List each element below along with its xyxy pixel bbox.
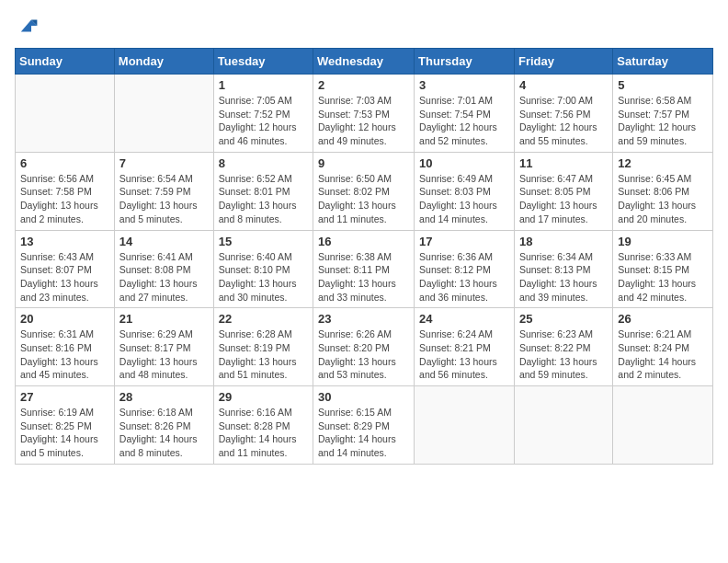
calendar-week-row: 20Sunrise: 6:31 AMSunset: 8:16 PMDayligh… [16,308,713,386]
day-info: Sunrise: 6:15 AMSunset: 8:29 PMDaylight:… [318,406,409,460]
day-number: 29 [219,390,308,404]
calendar-cell: 9Sunrise: 6:50 AMSunset: 8:02 PMDaylight… [313,152,415,230]
weekday-header: Wednesday [313,49,415,75]
day-number: 23 [318,312,409,326]
day-number: 1 [219,78,308,92]
calendar-cell: 20Sunrise: 6:31 AMSunset: 8:16 PMDayligh… [16,308,115,386]
calendar-cell: 25Sunrise: 6:23 AMSunset: 8:22 PMDayligh… [514,308,612,386]
calendar-cell: 15Sunrise: 6:40 AMSunset: 8:10 PMDayligh… [213,230,313,308]
calendar-cell: 6Sunrise: 6:56 AMSunset: 7:58 PMDaylight… [16,152,115,230]
calendar-cell: 13Sunrise: 6:43 AMSunset: 8:07 PMDayligh… [16,230,115,308]
day-number: 9 [318,156,409,170]
calendar-cell: 18Sunrise: 6:34 AMSunset: 8:13 PMDayligh… [514,230,612,308]
day-info: Sunrise: 6:43 AMSunset: 8:07 PMDaylight:… [20,250,109,304]
calendar-cell: 1Sunrise: 7:05 AMSunset: 7:52 PMDaylight… [213,75,313,153]
day-number: 24 [419,312,509,326]
weekday-header: Sunday [16,49,115,75]
calendar-cell: 23Sunrise: 6:26 AMSunset: 8:20 PMDayligh… [313,308,415,386]
day-number: 7 [119,156,209,170]
day-info: Sunrise: 6:45 AMSunset: 8:06 PMDaylight:… [618,172,708,226]
day-info: Sunrise: 6:58 AMSunset: 7:57 PMDaylight:… [618,94,708,148]
calendar-week-row: 6Sunrise: 6:56 AMSunset: 7:58 PMDaylight… [16,152,713,230]
calendar-table: SundayMondayTuesdayWednesdayThursdayFrid… [15,48,713,465]
day-info: Sunrise: 7:00 AMSunset: 7:56 PMDaylight:… [519,94,608,148]
calendar-week-row: 13Sunrise: 6:43 AMSunset: 8:07 PMDayligh… [16,230,713,308]
calendar-cell: 28Sunrise: 6:18 AMSunset: 8:26 PMDayligh… [114,386,213,465]
day-number: 27 [20,390,109,404]
day-number: 20 [20,312,109,326]
day-info: Sunrise: 6:40 AMSunset: 8:10 PMDaylight:… [219,250,308,304]
calendar-cell: 10Sunrise: 6:49 AMSunset: 8:03 PMDayligh… [415,152,515,230]
calendar-cell: 29Sunrise: 6:16 AMSunset: 8:28 PMDayligh… [213,386,313,465]
calendar-cell: 19Sunrise: 6:33 AMSunset: 8:15 PMDayligh… [613,230,713,308]
day-number: 2 [318,78,409,92]
day-info: Sunrise: 6:34 AMSunset: 8:13 PMDaylight:… [519,250,608,304]
day-info: Sunrise: 6:47 AMSunset: 8:05 PMDaylight:… [519,172,608,226]
calendar-cell: 11Sunrise: 6:47 AMSunset: 8:05 PMDayligh… [514,152,612,230]
page-header [15,15,713,37]
day-number: 19 [618,235,708,248]
calendar-cell: 21Sunrise: 6:29 AMSunset: 8:17 PMDayligh… [114,308,213,386]
day-info: Sunrise: 6:54 AMSunset: 7:59 PMDaylight:… [119,172,209,226]
calendar-cell: 12Sunrise: 6:45 AMSunset: 8:06 PMDayligh… [613,152,713,230]
day-info: Sunrise: 6:19 AMSunset: 8:25 PMDaylight:… [20,406,109,460]
day-info: Sunrise: 6:16 AMSunset: 8:28 PMDaylight:… [219,406,308,460]
day-info: Sunrise: 6:50 AMSunset: 8:02 PMDaylight:… [318,172,409,226]
day-number: 22 [219,312,308,326]
calendar-cell [415,386,515,465]
day-info: Sunrise: 6:41 AMSunset: 8:08 PMDaylight:… [119,250,209,304]
calendar-cell [514,386,612,465]
day-number: 25 [519,312,608,326]
day-number: 12 [618,156,708,170]
calendar-cell: 17Sunrise: 6:36 AMSunset: 8:12 PMDayligh… [415,230,515,308]
calendar-cell: 26Sunrise: 6:21 AMSunset: 8:24 PMDayligh… [613,308,713,386]
calendar-cell: 30Sunrise: 6:15 AMSunset: 8:29 PMDayligh… [313,386,415,465]
day-number: 30 [318,390,409,404]
day-number: 26 [618,312,708,326]
day-number: 10 [419,156,509,170]
day-info: Sunrise: 6:18 AMSunset: 8:26 PMDaylight:… [119,406,209,460]
weekday-header: Friday [514,49,612,75]
day-info: Sunrise: 6:49 AMSunset: 8:03 PMDaylight:… [419,172,509,226]
calendar-week-row: 1Sunrise: 7:05 AMSunset: 7:52 PMDaylight… [16,75,713,153]
day-info: Sunrise: 6:29 AMSunset: 8:17 PMDaylight:… [119,327,209,382]
day-info: Sunrise: 6:52 AMSunset: 8:01 PMDaylight:… [219,172,308,226]
calendar-cell: 2Sunrise: 7:03 AMSunset: 7:53 PMDaylight… [313,75,415,153]
weekday-header: Tuesday [213,49,313,75]
day-info: Sunrise: 6:56 AMSunset: 7:58 PMDaylight:… [20,172,109,226]
calendar-cell: 5Sunrise: 6:58 AMSunset: 7:57 PMDaylight… [613,75,713,153]
day-info: Sunrise: 6:26 AMSunset: 8:20 PMDaylight:… [318,327,409,382]
day-info: Sunrise: 6:23 AMSunset: 8:22 PMDaylight:… [519,327,608,382]
calendar-cell [613,386,713,465]
day-number: 15 [219,235,308,248]
calendar-cell: 4Sunrise: 7:00 AMSunset: 7:56 PMDaylight… [514,75,612,153]
day-number: 18 [519,235,608,248]
day-number: 16 [318,235,409,248]
weekday-header: Monday [114,49,213,75]
day-info: Sunrise: 6:24 AMSunset: 8:21 PMDaylight:… [419,327,509,382]
day-number: 6 [20,156,109,170]
day-info: Sunrise: 6:31 AMSunset: 8:16 PMDaylight:… [20,327,109,382]
logo-icon [17,15,39,37]
day-info: Sunrise: 6:33 AMSunset: 8:15 PMDaylight:… [618,250,708,304]
calendar-cell: 14Sunrise: 6:41 AMSunset: 8:08 PMDayligh… [114,230,213,308]
calendar-cell: 3Sunrise: 7:01 AMSunset: 7:54 PMDaylight… [415,75,515,153]
calendar-cell [16,75,115,153]
logo [15,15,39,37]
day-info: Sunrise: 7:03 AMSunset: 7:53 PMDaylight:… [318,94,409,148]
day-info: Sunrise: 7:05 AMSunset: 7:52 PMDaylight:… [219,94,308,148]
day-number: 5 [618,78,708,92]
day-number: 4 [519,78,608,92]
day-number: 3 [419,78,509,92]
day-number: 21 [119,312,209,326]
day-info: Sunrise: 6:21 AMSunset: 8:24 PMDaylight:… [618,327,708,382]
calendar-cell: 24Sunrise: 6:24 AMSunset: 8:21 PMDayligh… [415,308,515,386]
day-info: Sunrise: 6:36 AMSunset: 8:12 PMDaylight:… [419,250,509,304]
day-number: 13 [20,235,109,248]
calendar-cell: 27Sunrise: 6:19 AMSunset: 8:25 PMDayligh… [16,386,115,465]
calendar-cell: 8Sunrise: 6:52 AMSunset: 8:01 PMDaylight… [213,152,313,230]
day-info: Sunrise: 6:28 AMSunset: 8:19 PMDaylight:… [219,327,308,382]
calendar-cell: 16Sunrise: 6:38 AMSunset: 8:11 PMDayligh… [313,230,415,308]
calendar-week-row: 27Sunrise: 6:19 AMSunset: 8:25 PMDayligh… [16,386,713,465]
day-number: 8 [219,156,308,170]
